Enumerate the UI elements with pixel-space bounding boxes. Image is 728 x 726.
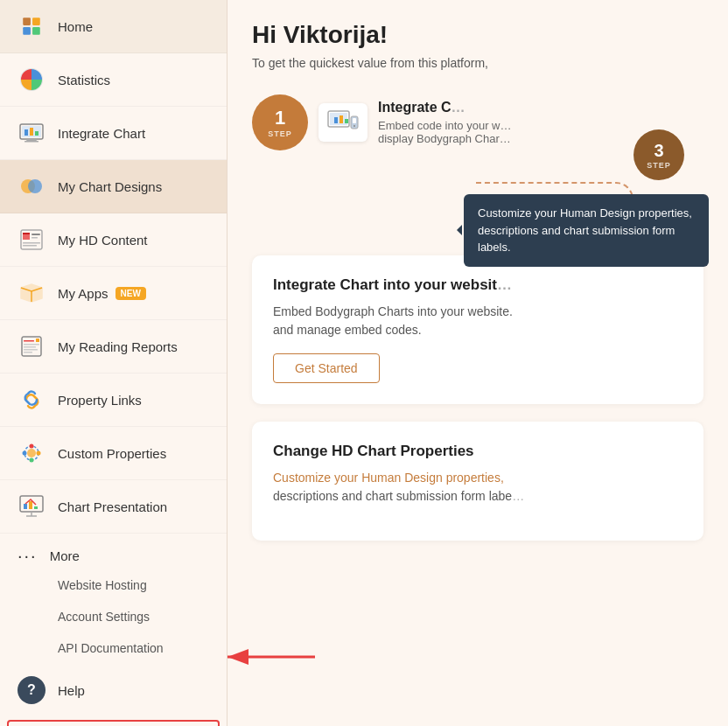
svg-rect-25 [24,346,36,348]
sidebar-item-chart-presentation[interactable]: Chart Presentation [0,480,227,534]
sidebar-more-label: More [50,548,80,563]
svg-point-32 [30,458,34,463]
svg-rect-0 [23,17,31,25]
svg-rect-9 [24,129,28,136]
sidebar-item-my-reading-reports-label: My Reading Reports [58,339,178,354]
main-content: Hi Viktorija! To get the quickest value … [228,0,728,726]
integrate-chart-icon [18,119,46,147]
svg-rect-47 [353,118,356,123]
more-dots-icon: ··· [18,546,38,566]
change-hd-chart-card: Change HD Chart Properties Customize you… [252,422,704,541]
sidebar: Home Statistics [0,0,228,726]
svg-point-29 [27,449,36,457]
sidebar-item-statistics[interactable]: Statistics [0,53,227,107]
sidebar-more-section[interactable]: ··· More [0,534,227,569]
sidebar-sub-item-account-settings[interactable]: Account Settings [0,601,227,632]
svg-point-13 [28,179,42,193]
sidebar-item-my-hd-content-label: My HD Content [58,233,148,248]
my-reading-reports-icon [18,332,46,360]
step1-text: Integrate C… Embed code into your w…disp… [378,100,511,145]
svg-rect-45 [345,119,348,123]
svg-rect-7 [26,139,37,141]
sidebar-item-integrate-chart[interactable]: Integrate Chart [0,107,227,160]
integrate-chart-card: Integrate Chart into your websit… Embed … [252,255,704,404]
step1-icon-box [318,103,368,142]
subtitle-text: To get the quickest value from this plat… [252,56,704,70]
my-chart-designs-icon [18,172,46,200]
step3-circle: 3 STEP [634,129,684,180]
svg-rect-28 [36,339,39,342]
sidebar-user-section[interactable]: V Viktorija [7,720,220,726]
sidebar-item-my-apps-label: My Apps [58,286,108,301]
custom-properties-icon [18,439,46,467]
svg-rect-19 [23,242,40,244]
svg-point-33 [23,451,27,456]
svg-rect-8 [24,141,38,143]
sidebar-item-property-links[interactable]: Property Links [0,373,227,427]
svg-rect-10 [30,128,33,136]
svg-rect-16 [23,233,30,234]
tooltip-box: Customize your Human Design properties, … [464,194,709,267]
sidebar-item-integrate-chart-label: Integrate Chart [58,126,145,141]
sidebar-item-property-links-label: Property Links [58,393,142,408]
new-badge: NEW [116,287,146,300]
card2-link-text: Customize your Human Design properties, [273,471,504,485]
sidebar-item-chart-presentation-label: Chart Presentation [58,499,167,514]
steps-area: 1 STEP Integrate C… Embed code into your… [252,94,704,150]
card2-text: Customize your Human Design properties, … [273,469,682,506]
svg-rect-20 [23,245,37,247]
svg-rect-2 [23,27,31,35]
step1-circle: 1 STEP [252,94,308,150]
property-links-icon [18,386,46,414]
chart-presentation-icon [18,492,46,520]
svg-rect-17 [32,234,40,235]
greeting-heading: Hi Viktorija! [252,21,704,49]
sidebar-item-statistics-label: Statistics [58,73,110,87]
sidebar-help-label: Help [58,683,85,698]
step3-partial: 3 STEP [634,129,695,180]
red-arrow [228,639,324,678]
svg-rect-18 [32,237,38,239]
step1-title: Integrate C… [378,100,511,115]
my-hd-content-icon [18,226,46,254]
svg-rect-39 [29,501,32,509]
sidebar-item-home-label: Home [58,19,93,34]
sidebar-item-custom-properties-label: Custom Properties [58,446,166,461]
sidebar-item-home[interactable]: Home [0,0,227,53]
card1-title: Integrate Chart into your websit… [273,276,682,294]
svg-rect-43 [334,117,338,123]
svg-rect-1 [32,17,40,25]
svg-rect-23 [24,340,34,342]
sidebar-item-my-reading-reports[interactable]: My Reading Reports [0,320,227,373]
svg-point-48 [354,125,355,127]
svg-rect-38 [24,504,27,509]
card2-title: Change HD Chart Properties [273,443,682,460]
svg-rect-44 [340,115,343,123]
sidebar-sub-item-api-documentation[interactable]: API Documentation [0,632,227,664]
card1-text: Embed Bodygraph Charts into your website… [273,303,682,339]
svg-rect-3 [32,27,40,35]
svg-rect-26 [24,349,38,351]
svg-rect-40 [34,506,38,509]
home-icon [18,12,46,40]
sidebar-item-custom-properties[interactable]: Custom Properties [0,427,227,480]
sidebar-item-my-apps[interactable]: My Apps NEW [0,267,227,320]
sidebar-help[interactable]: ? Help [0,664,227,716]
svg-point-34 [37,451,41,456]
tooltip-text: Customize your Human Design properties, … [478,206,692,254]
step1-desc: Embed code into your w…display Bodygraph… [378,119,511,145]
sidebar-item-my-chart-designs[interactable]: My Chart Designs [0,160,227,213]
help-icon: ? [18,676,46,704]
sidebar-item-my-hd-content[interactable]: My HD Content [0,213,227,267]
svg-rect-11 [35,131,38,136]
sidebar-sub-item-website-hosting[interactable]: Website Hosting [0,569,227,601]
svg-rect-24 [24,344,39,346]
svg-rect-27 [24,352,32,353]
svg-point-31 [30,444,34,449]
statistics-icon [18,66,46,94]
sidebar-item-my-chart-designs-label: My Chart Designs [58,179,162,194]
get-started-button[interactable]: Get Started [273,353,380,383]
my-apps-icon [18,279,46,307]
